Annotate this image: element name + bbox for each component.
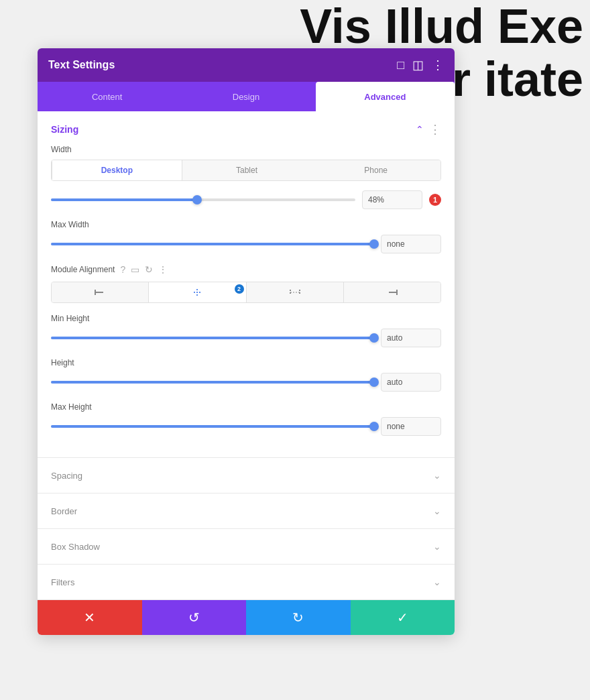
border-chevron-icon: ⌄ xyxy=(433,506,441,516)
border-title: Border xyxy=(51,506,77,516)
device-tabs: Desktop Tablet Phone xyxy=(51,160,441,181)
border-section[interactable]: Border ⌄ xyxy=(38,493,455,529)
alignment-help-icon[interactable]: ? xyxy=(120,264,125,275)
alignment-device-icon[interactable]: ▭ xyxy=(131,264,139,275)
max-width-slider-row: none xyxy=(51,235,441,253)
header-icons: □ ◫ ⋮ xyxy=(397,58,444,72)
sizing-collapse-icon[interactable]: ⌃ xyxy=(416,124,424,135)
tab-phone[interactable]: Phone xyxy=(311,160,440,180)
sizing-menu-icon[interactable]: ⋮ xyxy=(429,122,441,137)
tab-design[interactable]: Design xyxy=(176,82,315,111)
tab-desktop[interactable]: Desktop xyxy=(52,160,182,180)
width-badge: 1 xyxy=(429,194,441,206)
align-right-btn[interactable] xyxy=(344,282,440,302)
panel-tabs: Content Design Advanced xyxy=(38,82,455,111)
module-alignment-label: Module Alignment ? ▭ ↻ ⋮ xyxy=(51,264,441,275)
height-slider[interactable] xyxy=(51,375,374,389)
tab-content[interactable]: Content xyxy=(38,82,176,111)
more-icon[interactable]: ⋮ xyxy=(432,58,444,72)
max-width-label: Max Width xyxy=(51,220,441,229)
sizing-content: Width Desktop Tablet Phone 48% 1 xyxy=(38,145,455,457)
min-height-label: Min Height xyxy=(51,314,441,323)
filters-chevron-icon: ⌄ xyxy=(433,577,441,587)
panel-title: Text Settings xyxy=(48,59,115,71)
undo-button[interactable]: ↺ xyxy=(142,600,247,635)
cancel-button[interactable]: ✕ xyxy=(38,600,142,635)
box-shadow-section[interactable]: Box Shadow ⌄ xyxy=(38,529,455,565)
align-center-btn[interactable]: 2 xyxy=(149,282,246,302)
width-slider[interactable] xyxy=(51,193,355,207)
width-value[interactable]: 48% xyxy=(362,190,422,209)
box-shadow-chevron-icon: ⌄ xyxy=(433,541,441,552)
sizing-header: Sizing ⌃ ⋮ xyxy=(38,111,455,145)
align-justify-btn[interactable] xyxy=(247,282,344,302)
sizing-controls: ⌃ ⋮ xyxy=(416,122,441,137)
panel-body: Sizing ⌃ ⋮ Width Desktop Tablet Phone xyxy=(38,111,455,600)
height-label: Height xyxy=(51,358,441,367)
module-alignment-buttons: 2 xyxy=(51,282,441,303)
confirm-button[interactable]: ✓ xyxy=(351,600,455,635)
box-shadow-title: Box Shadow xyxy=(51,542,100,552)
redo-button[interactable]: ↻ xyxy=(246,600,351,635)
filters-section[interactable]: Filters ⌄ xyxy=(38,565,455,600)
width-slider-row: 48% 1 xyxy=(51,190,441,209)
settings-panel: Text Settings □ ◫ ⋮ Content Design Advan… xyxy=(38,48,455,635)
tab-advanced[interactable]: Advanced xyxy=(316,82,455,111)
tab-tablet[interactable]: Tablet xyxy=(182,160,312,180)
max-height-slider[interactable] xyxy=(51,420,374,433)
max-height-slider-row: none xyxy=(51,417,441,436)
columns-icon[interactable]: ◫ xyxy=(412,58,424,72)
panel-footer: ✕ ↺ ↻ ✓ xyxy=(38,600,455,635)
spacing-chevron-icon: ⌄ xyxy=(433,470,441,481)
min-height-value[interactable]: auto xyxy=(381,329,441,347)
spacing-section[interactable]: Spacing ⌄ xyxy=(38,458,455,493)
sizing-title: Sizing xyxy=(51,124,78,135)
center-badge: 2 xyxy=(235,284,244,294)
width-label: Width xyxy=(51,145,441,154)
alignment-more-icon[interactable]: ⋮ xyxy=(158,264,168,275)
sizing-section: Sizing ⌃ ⋮ Width Desktop Tablet Phone xyxy=(38,111,455,458)
spacing-title: Spacing xyxy=(51,471,82,481)
max-width-value[interactable]: none xyxy=(381,235,441,253)
panel-header: Text Settings □ ◫ ⋮ xyxy=(38,48,455,82)
alignment-reset-icon[interactable]: ↻ xyxy=(145,264,153,275)
filters-title: Filters xyxy=(51,577,74,587)
align-left-btn[interactable] xyxy=(52,282,149,302)
max-height-label: Max Height xyxy=(51,402,441,412)
min-height-slider[interactable] xyxy=(51,331,374,345)
min-height-slider-row: auto xyxy=(51,329,441,347)
max-height-value[interactable]: none xyxy=(381,417,441,436)
frame-icon[interactable]: □ xyxy=(397,58,404,72)
max-width-slider[interactable] xyxy=(51,237,374,251)
height-slider-row: auto xyxy=(51,373,441,392)
height-value[interactable]: auto xyxy=(381,373,441,392)
